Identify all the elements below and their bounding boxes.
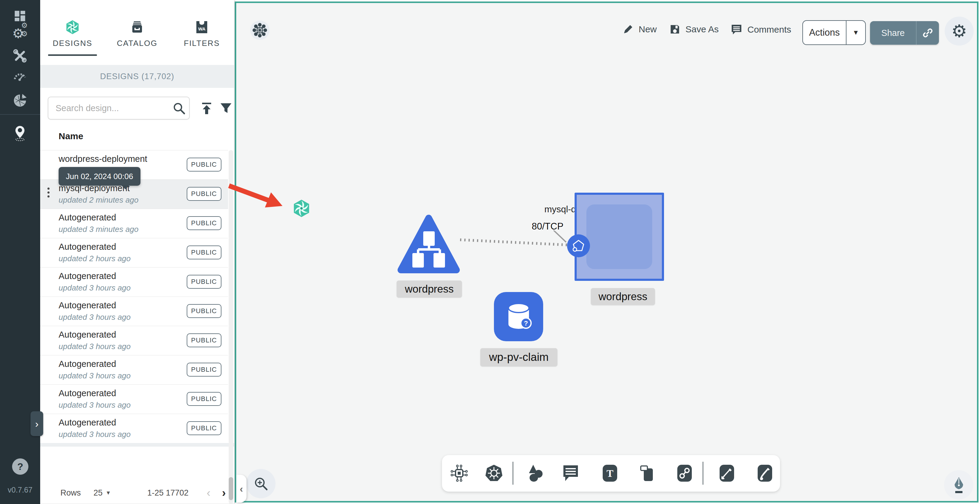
design-name[interactable]: Autogenerated bbox=[59, 300, 116, 310]
design-updated-text: updated 3 minutes ago bbox=[59, 225, 138, 234]
design-list-row[interactable]: Autogeneratedupdated 3 hours agoPUBLIC bbox=[40, 297, 228, 326]
design-name[interactable]: Autogenerated bbox=[59, 359, 116, 369]
rows-per-page-select[interactable]: 25 ▼ bbox=[94, 488, 111, 498]
visibility-badge[interactable]: PUBLIC bbox=[187, 275, 221, 289]
wordpress-deployment-label[interactable]: wordpress bbox=[591, 288, 655, 305]
comments-button[interactable]: Comments bbox=[730, 24, 791, 36]
catalog-archive-icon bbox=[130, 20, 145, 35]
port-badge[interactable] bbox=[567, 234, 590, 257]
performance-gauge-icon[interactable] bbox=[10, 66, 30, 86]
tab-designs-label: DESIGNS bbox=[52, 39, 92, 48]
extensions-pie-icon[interactable] bbox=[10, 91, 30, 111]
design-updated-text: updated 3 hours ago bbox=[59, 283, 131, 293]
tab-filters[interactable]: WA FILTERS bbox=[169, 0, 234, 65]
design-list-row[interactable]: Autogeneratedupdated 3 hours agoPUBLIC bbox=[40, 326, 228, 355]
sidebar-divider bbox=[0, 114, 40, 115]
design-name[interactable]: Autogenerated bbox=[59, 330, 116, 340]
pencil-tool-icon[interactable] bbox=[755, 464, 775, 483]
lifecycle-gears-icon[interactable]: ⚙⚙⚙ bbox=[10, 24, 30, 43]
design-list-row[interactable]: Autogeneratedupdated 3 hours agoPUBLIC bbox=[40, 385, 228, 414]
design-name[interactable]: wordpress-deployment bbox=[59, 154, 147, 164]
tab-catalog-label: CATALOG bbox=[117, 39, 158, 48]
save-as-button[interactable]: Save As bbox=[669, 24, 719, 35]
design-name[interactable]: Autogenerated bbox=[59, 271, 116, 281]
list-scrollbar-track[interactable] bbox=[229, 150, 233, 504]
wp-pv-claim-label[interactable]: wp-pv-claim bbox=[480, 348, 557, 366]
wordpress-deployment-node[interactable] bbox=[574, 193, 664, 281]
zoom-button[interactable] bbox=[246, 469, 275, 498]
tooltip-arrow bbox=[121, 185, 129, 189]
visibility-badge[interactable]: PUBLIC bbox=[187, 392, 221, 406]
design-name[interactable]: Autogenerated bbox=[59, 388, 116, 398]
visibility-badge[interactable]: PUBLIC bbox=[187, 187, 221, 201]
app-version: v0.7.67 bbox=[0, 486, 40, 494]
design-list-row[interactable]: Autogeneratedupdated 3 hours agoPUBLIC bbox=[40, 355, 228, 385]
copy-link-icon[interactable] bbox=[916, 27, 939, 39]
wordpress-service-label[interactable]: wordpress bbox=[397, 281, 462, 297]
row-kebab-menu-icon[interactable] bbox=[48, 188, 51, 199]
tab-catalog[interactable]: CATALOG bbox=[105, 0, 169, 65]
previous-page-button[interactable]: ‹ bbox=[207, 487, 210, 499]
design-list-row[interactable]: Autogeneratedupdated 3 hours agoPUBLIC bbox=[40, 414, 228, 443]
pen-tool-icon[interactable] bbox=[717, 464, 737, 483]
design-canvas[interactable]: New Save As Comments Actions ▼ Share ⚙ bbox=[235, 2, 978, 502]
column-header-name: Name bbox=[59, 131, 83, 142]
component-icon[interactable] bbox=[450, 464, 469, 483]
design-name[interactable]: Autogenerated bbox=[59, 213, 116, 223]
actions-dropdown-caret[interactable]: ▼ bbox=[846, 29, 865, 37]
share-split-button[interactable]: Share bbox=[870, 21, 939, 45]
next-page-button[interactable]: › bbox=[222, 487, 226, 499]
new-design-button[interactable]: New bbox=[622, 24, 657, 35]
active-tab-underline bbox=[48, 54, 97, 56]
canvas-collapse-handle[interactable]: ‹ bbox=[236, 475, 247, 502]
filter-list-icon[interactable] bbox=[219, 102, 233, 115]
shapes-icon[interactable] bbox=[525, 464, 545, 483]
comments-icon bbox=[730, 24, 743, 36]
design-list-row[interactable]: Autogeneratedupdated 2 hours agoPUBLIC bbox=[40, 238, 228, 267]
help-button[interactable]: ? bbox=[12, 458, 29, 475]
search-input[interactable] bbox=[48, 97, 190, 119]
visibility-badge[interactable]: PUBLIC bbox=[187, 216, 221, 230]
comment-tool-icon[interactable] bbox=[561, 464, 580, 483]
text-tool-icon[interactable]: T bbox=[600, 464, 620, 483]
search-icon[interactable] bbox=[172, 102, 186, 115]
mesh-cluster-button[interactable] bbox=[250, 21, 269, 40]
configuration-tools-icon[interactable] bbox=[10, 46, 30, 66]
card-tool-icon[interactable] bbox=[637, 464, 657, 483]
mysql-deployment-node-icon[interactable] bbox=[293, 199, 310, 218]
link-tool-icon[interactable] bbox=[675, 464, 694, 483]
visibility-badge[interactable]: PUBLIC bbox=[187, 362, 221, 377]
design-updated-text: updated 3 hours ago bbox=[59, 401, 131, 410]
canvas-toolbar: T bbox=[442, 455, 780, 491]
wp-pv-claim-node[interactable]: ? bbox=[494, 292, 543, 341]
wasm-filter-icon: WA bbox=[195, 20, 208, 35]
design-list-row[interactable]: Autogeneratedupdated 3 minutes agoPUBLIC bbox=[40, 209, 228, 238]
design-name[interactable]: Autogenerated bbox=[59, 418, 116, 428]
visibility-badge[interactable]: PUBLIC bbox=[187, 333, 221, 347]
kanvas-pin-icon[interactable] bbox=[10, 123, 30, 143]
tab-designs[interactable]: DESIGNS bbox=[40, 0, 105, 65]
tab-filters-label: FILTERS bbox=[184, 39, 220, 48]
wordpress-service-node[interactable] bbox=[397, 214, 461, 274]
design-updated-text: updated 3 hours ago bbox=[59, 313, 131, 322]
design-name[interactable]: Autogenerated bbox=[59, 242, 116, 252]
design-mode-pen-nib-button[interactable] bbox=[944, 470, 974, 499]
design-updated-text: updated 3 hours ago bbox=[59, 430, 131, 439]
visibility-badge[interactable]: PUBLIC bbox=[187, 304, 221, 318]
visibility-badge[interactable]: PUBLIC bbox=[187, 421, 221, 435]
settings-gear-button[interactable]: ⚙ bbox=[945, 17, 974, 46]
kubernetes-icon[interactable] bbox=[484, 464, 504, 483]
design-updated-text: updated 3 hours ago bbox=[59, 342, 131, 351]
visibility-badge[interactable]: PUBLIC bbox=[187, 245, 221, 259]
actions-split-button[interactable]: Actions ▼ bbox=[802, 20, 866, 45]
designs-count-header: DESIGNS (17,702) bbox=[40, 65, 234, 88]
design-list-row[interactable]: Autogeneratedupdated 3 hours agoPUBLIC bbox=[40, 267, 228, 297]
svg-text:?: ? bbox=[524, 320, 528, 327]
list-scrollbar-thumb[interactable] bbox=[229, 477, 233, 500]
toolbar-divider bbox=[703, 462, 703, 485]
svg-text:T: T bbox=[607, 468, 614, 479]
visibility-badge[interactable]: PUBLIC bbox=[187, 157, 221, 172]
gear-icon: ⚙ bbox=[951, 22, 967, 40]
drawer-expand-handle[interactable]: › bbox=[30, 411, 43, 436]
upload-design-icon[interactable] bbox=[200, 102, 213, 115]
